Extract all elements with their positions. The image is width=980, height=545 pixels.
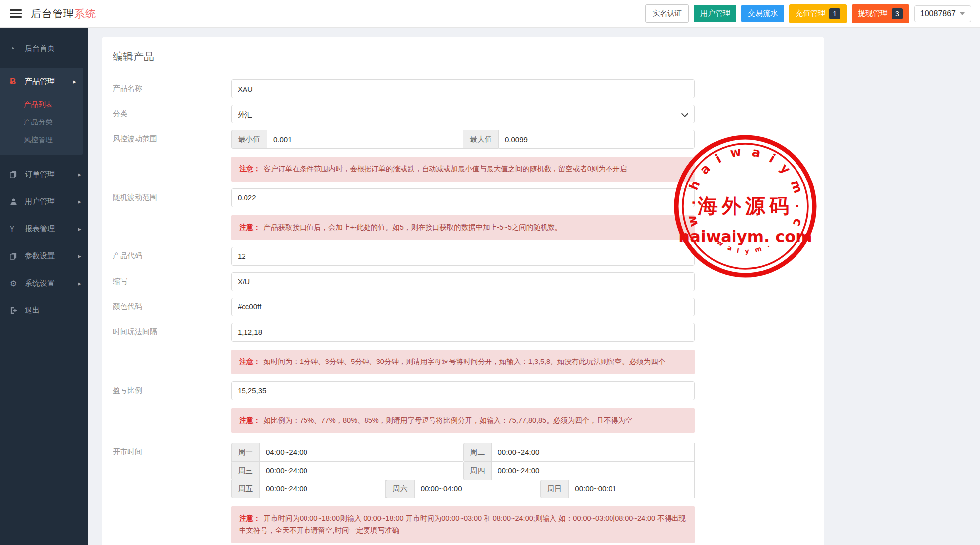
recharge-manage-button[interactable]: 充值管理 1 bbox=[789, 4, 847, 23]
sidebar-item-orders[interactable]: 订单管理 ▸ bbox=[0, 161, 88, 188]
sidebar-item-users[interactable]: 用户管理 ▸ bbox=[0, 188, 88, 215]
max-value-addon: 最大值 bbox=[463, 130, 498, 149]
open-time-tue-input[interactable] bbox=[491, 443, 695, 462]
product-name-input[interactable] bbox=[231, 79, 695, 98]
user-icon bbox=[10, 198, 23, 205]
product-code-label: 产品代码 bbox=[113, 247, 231, 266]
random-range-label: 随机波动范围 bbox=[113, 188, 231, 207]
app-title-primary: 后台管理 bbox=[31, 8, 74, 19]
open-time-label: 开市时间 bbox=[113, 443, 231, 498]
time-intervals-row: 时间玩法间隔 bbox=[113, 323, 824, 342]
weekday-addon: 周四 bbox=[463, 461, 491, 480]
weekday-addon: 周二 bbox=[463, 443, 491, 462]
color-code-label: 颜色代码 bbox=[113, 298, 231, 316]
app-title: 后台管理系统 bbox=[31, 7, 96, 21]
color-code-input[interactable] bbox=[231, 298, 695, 316]
open-time-sun-input[interactable] bbox=[568, 480, 695, 498]
product-name-label: 产品名称 bbox=[113, 79, 231, 98]
risk-range-notice: 注意：客户订单在条件范围内时，会根据订单的涨或跌，自动减或加最小值与最大值之间的… bbox=[231, 157, 695, 182]
trade-flow-button[interactable]: 交易流水 bbox=[741, 5, 784, 22]
sidebar-item-label: 用户管理 bbox=[25, 197, 78, 206]
sidebar-item-params[interactable]: 参数设置 ▸ bbox=[0, 242, 88, 270]
profit-ratio-label: 盈亏比例 bbox=[113, 381, 231, 400]
random-range-input[interactable] bbox=[231, 188, 695, 207]
sidebar-item-product-manage[interactable]: Ƀ 产品管理 ▸ bbox=[0, 68, 83, 95]
risk-range-row: 风控波动范围 最小值 最大值 bbox=[113, 130, 824, 149]
bitcoin-icon: Ƀ bbox=[10, 77, 23, 87]
sidebar: ◔ 后台首页 Ƀ 产品管理 ▸ 产品列表 产品分类 风控管理 订单管理 ▸ 用户… bbox=[0, 28, 88, 545]
open-time-notice: 注意：开市时间为00:00~18:00则输入 00:00~18:00 开市时间为… bbox=[231, 506, 695, 543]
open-time-mon-input[interactable] bbox=[259, 443, 463, 462]
color-code-row: 颜色代码 bbox=[113, 298, 824, 316]
abbreviation-input[interactable] bbox=[231, 272, 695, 291]
sidebar-item-logout[interactable]: 退出 bbox=[0, 297, 88, 324]
withdraw-manage-button[interactable]: 提现管理 3 bbox=[852, 4, 909, 23]
open-time-fri-input[interactable] bbox=[259, 480, 386, 498]
risk-max-input[interactable] bbox=[498, 130, 695, 149]
sidebar-item-dashboard[interactable]: ◔ 后台首页 bbox=[0, 35, 88, 62]
chevron-right-icon: ▸ bbox=[78, 280, 81, 287]
account-dropdown[interactable]: 10087867 bbox=[914, 5, 971, 22]
chevron-right-icon: ▸ bbox=[78, 198, 81, 205]
category-label: 分类 bbox=[113, 105, 231, 123]
screen: 后台管理系统 实名认证 用户管理 交易流水 充值管理 1 提现管理 3 1008… bbox=[0, 0, 980, 545]
logout-icon bbox=[10, 307, 23, 314]
app-title-accent: 系统 bbox=[74, 8, 96, 19]
account-number: 10087867 bbox=[920, 9, 956, 18]
profit-ratio-notice: 注意：如比例为：75%、77%，80%、85%，则请用字母逗号将比例分开，如输入… bbox=[231, 408, 695, 433]
menu-toggle-icon[interactable] bbox=[10, 7, 22, 20]
recharge-badge: 1 bbox=[829, 8, 840, 19]
sidebar-item-product-category[interactable]: 产品分类 bbox=[0, 113, 83, 131]
open-time-sat-input[interactable] bbox=[414, 480, 541, 498]
time-intervals-input[interactable] bbox=[231, 323, 695, 342]
main-content: 编辑产品 产品名称 分类 外汇 风控波动范围 最小值 bbox=[88, 28, 980, 545]
user-manage-button[interactable]: 用户管理 bbox=[694, 5, 736, 22]
open-time-wed-input[interactable] bbox=[259, 461, 463, 480]
weekday-addon: 周日 bbox=[540, 480, 568, 498]
edit-product-card: 编辑产品 产品名称 分类 外汇 风控波动范围 最小值 bbox=[102, 37, 824, 545]
gears-icon: ⚙ bbox=[10, 279, 23, 288]
chevron-right-icon: ▸ bbox=[78, 171, 81, 178]
page-title: 编辑产品 bbox=[113, 50, 824, 63]
withdraw-manage-label: 提现管理 bbox=[858, 9, 888, 18]
realname-auth-button[interactable]: 实名认证 bbox=[645, 4, 689, 23]
withdraw-badge: 3 bbox=[892, 8, 903, 19]
sidebar-group-product: Ƀ 产品管理 ▸ 产品列表 产品分类 风控管理 bbox=[0, 68, 83, 155]
sidebar-item-label: 报表管理 bbox=[25, 224, 78, 234]
sidebar-item-label: 参数设置 bbox=[25, 251, 78, 261]
weekday-addon: 周五 bbox=[231, 480, 259, 498]
file-icon bbox=[10, 252, 23, 260]
sidebar-item-label: 后台首页 bbox=[25, 44, 81, 53]
app-header: 后台管理系统 实名认证 用户管理 交易流水 充值管理 1 提现管理 3 1008… bbox=[0, 0, 980, 28]
sidebar-item-settings[interactable]: ⚙ 系统设置 ▸ bbox=[0, 270, 88, 297]
weekday-addon: 周六 bbox=[386, 480, 414, 498]
risk-range-label: 风控波动范围 bbox=[113, 130, 231, 149]
sidebar-item-label: 产品管理 bbox=[25, 77, 73, 86]
recharge-manage-label: 充值管理 bbox=[796, 9, 825, 18]
weekday-addon: 周一 bbox=[231, 443, 259, 462]
min-value-addon: 最小值 bbox=[231, 130, 267, 149]
time-intervals-notice: 注意：如时间为：1分钟、3分钟、5分钟、30分钟，则请用字母逗号将时间分开，如输… bbox=[231, 350, 695, 374]
open-time-thu-input[interactable] bbox=[491, 461, 695, 480]
yen-icon: ¥ bbox=[10, 225, 23, 234]
product-name-row: 产品名称 bbox=[113, 79, 824, 98]
category-select[interactable]: 外汇 bbox=[231, 105, 695, 123]
chevron-right-icon: ▸ bbox=[78, 225, 81, 233]
product-code-row: 产品代码 bbox=[113, 247, 824, 266]
chevron-right-icon: ▸ bbox=[73, 78, 76, 85]
product-code-input[interactable] bbox=[231, 247, 695, 266]
sidebar-item-risk-manage[interactable]: 风控管理 bbox=[0, 131, 83, 149]
dashboard-icon: ◔ bbox=[10, 44, 23, 53]
open-time-row: 开市时间 周一 周二 周三 bbox=[113, 443, 824, 498]
abbreviation-row: 缩写 bbox=[113, 272, 824, 291]
sidebar-item-reports[interactable]: ¥ 报表管理 ▸ bbox=[0, 215, 88, 242]
random-range-notice: 注意：产品获取接口值后，会加上+-此处的值。如5，则在接口获取的数据中加上-5~… bbox=[231, 215, 695, 240]
sidebar-item-label: 退出 bbox=[25, 306, 81, 315]
weekday-addon: 周三 bbox=[231, 461, 259, 480]
category-row: 分类 外汇 bbox=[113, 105, 824, 123]
profit-ratio-input[interactable] bbox=[231, 381, 695, 400]
chevron-right-icon: ▸ bbox=[78, 252, 81, 260]
risk-min-input[interactable] bbox=[267, 130, 463, 149]
sidebar-item-product-list[interactable]: 产品列表 bbox=[0, 95, 83, 113]
caret-down-icon bbox=[960, 12, 965, 15]
